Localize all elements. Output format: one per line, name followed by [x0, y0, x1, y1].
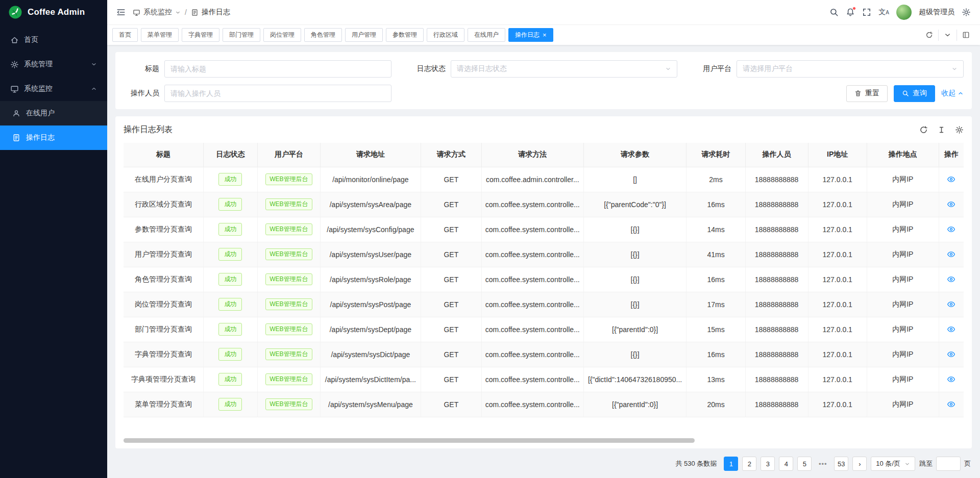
sidebar-item-operation-log[interactable]: 操作日志 [0, 125, 107, 150]
oplog-table: 标题日志状态用户平台请求地址请求方式请求方法请求参数请求耗时操作人员IP地址操作… [124, 143, 964, 417]
tab-item[interactable]: 岗位管理 [263, 28, 301, 42]
breadcrumb-item-monitor[interactable]: 系统监控 [133, 8, 181, 17]
brand-logo[interactable]: Coffee Admin [0, 0, 107, 24]
tab-item[interactable]: 行政区域 [427, 28, 464, 42]
sidebar: Coffee Admin 首页 系统管理 系统监控 在线用户 [0, 0, 107, 478]
page-button[interactable]: 2 [742, 457, 756, 471]
page-button[interactable]: 3 [761, 457, 775, 471]
horizontal-scrollbar-thumb[interactable] [124, 438, 695, 443]
chevron-down-icon [665, 66, 671, 72]
tab-item[interactable]: 参数管理 [386, 28, 424, 42]
platform-badge: WEB管理后台 [265, 373, 312, 385]
next-page-button[interactable]: › [852, 457, 867, 471]
view-detail-eye-icon[interactable] [947, 175, 955, 184]
filter-actions: 重置 查询 收起 [696, 85, 964, 102]
density-icon[interactable] [937, 125, 946, 134]
column-settings-gear-icon[interactable] [955, 125, 964, 134]
view-detail-eye-icon[interactable] [947, 325, 955, 334]
sidebar-item-label: 系统监控 [24, 84, 53, 93]
chevron-down-icon [175, 10, 181, 15]
cell-location: 内网IP [867, 342, 939, 367]
tab-item[interactable]: 角色管理 [304, 28, 342, 42]
column-header: 日志状态 [203, 143, 257, 167]
view-detail-eye-icon[interactable] [947, 375, 955, 384]
status-label: 日志状态 [410, 64, 446, 73]
cell-location: 内网IP [867, 292, 939, 317]
status-select[interactable]: 请选择日志状态 [451, 60, 678, 78]
sidebar-item-home[interactable]: 首页 [0, 28, 107, 52]
platform-badge: WEB管理后台 [265, 248, 312, 260]
operator-input[interactable] [170, 89, 385, 97]
platform-select[interactable]: 请选择用户平台 [737, 60, 964, 78]
cell-title: 角色管理分页查询 [124, 267, 203, 292]
tab-item[interactable]: 在线用户 [468, 28, 505, 42]
cell-action [939, 267, 964, 292]
close-icon[interactable]: × [543, 32, 547, 38]
refresh-table-icon[interactable] [919, 125, 928, 134]
cell-user-platform: WEB管理后台 [257, 242, 320, 267]
cell-request-duration: 20ms [687, 392, 745, 417]
view-detail-eye-icon[interactable] [947, 250, 955, 259]
tab-item[interactable]: 操作日志× [508, 28, 553, 42]
user-avatar[interactable] [896, 5, 912, 20]
sidebar-collapse-icon[interactable] [116, 8, 126, 17]
view-detail-eye-icon[interactable] [947, 350, 955, 359]
cell-log-status: 成功 [203, 167, 257, 192]
cell-log-status: 成功 [203, 217, 257, 242]
page-size-select[interactable]: 10 条/页 [871, 457, 915, 471]
cell-log-status: 成功 [203, 242, 257, 267]
collapse-filter-link[interactable]: 收起 [941, 89, 964, 98]
translate-icon[interactable]: 文A [878, 8, 889, 17]
page-button[interactable]: 1 [724, 457, 738, 471]
jump-page-input[interactable] [936, 457, 961, 471]
brand-logo-icon [8, 5, 22, 19]
cell-user-platform: WEB管理后台 [257, 217, 320, 242]
table-row: 岗位管理分页查询成功WEB管理后台/api/system/sysPost/pag… [124, 292, 964, 317]
tab-item[interactable]: 菜单管理 [141, 28, 179, 42]
page-button[interactable]: 53 [834, 457, 848, 471]
refresh-tabs-icon[interactable] [920, 29, 938, 42]
cell-request-handler: com.coffee.system.controlle... [481, 192, 583, 217]
cell-request-handler: com.coffee.system.controlle... [481, 392, 583, 417]
monitor-icon [133, 9, 140, 16]
view-detail-eye-icon[interactable] [947, 300, 955, 309]
tab-item[interactable]: 用户管理 [345, 28, 383, 42]
layout-icon[interactable] [957, 29, 975, 42]
page-button[interactable]: 4 [779, 457, 793, 471]
platform-badge: WEB管理后台 [265, 398, 312, 410]
platform-badge: WEB管理后台 [265, 198, 312, 210]
cell-request-method: GET [421, 267, 481, 292]
main-area: 系统监控 / 操作日志 文A 超级管理员 首页菜单管理字典管理部门管理岗位管理角… [107, 0, 980, 478]
home-icon [10, 36, 19, 44]
reset-button[interactable]: 重置 [846, 85, 888, 102]
sidebar-item-system-monitor[interactable]: 系统监控 [0, 77, 107, 101]
cell-operator: 18888888888 [745, 217, 808, 242]
column-header: IP地址 [808, 143, 867, 167]
tab-item[interactable]: 字典管理 [182, 28, 219, 42]
tab-actions-chevron-down-icon[interactable] [939, 29, 957, 42]
search-icon[interactable] [829, 8, 839, 17]
view-detail-eye-icon[interactable] [947, 400, 955, 409]
tab-item[interactable]: 首页 [112, 28, 138, 42]
search-button[interactable]: 查询 [894, 85, 935, 102]
view-detail-eye-icon[interactable] [947, 275, 955, 284]
page-ellipsis: ••• [816, 457, 830, 471]
title-input[interactable] [170, 65, 385, 73]
cell-request-params: [{"parentId":0}] [583, 392, 687, 417]
cell-request-method: GET [421, 217, 481, 242]
column-header: 操作 [939, 143, 964, 167]
cell-request-duration: 2ms [687, 167, 745, 192]
page-button[interactable]: 5 [797, 457, 812, 471]
settings-gear-icon[interactable] [962, 8, 971, 17]
sidebar-item-system-management[interactable]: 系统管理 [0, 52, 107, 77]
view-detail-eye-icon[interactable] [947, 200, 955, 209]
notification-bell-icon[interactable] [846, 8, 855, 17]
cell-operator: 18888888888 [745, 192, 808, 217]
search-button-label: 查询 [913, 89, 927, 98]
user-name[interactable]: 超级管理员 [919, 8, 954, 17]
fullscreen-icon[interactable] [862, 8, 871, 17]
tab-item[interactable]: 部门管理 [223, 28, 260, 42]
cell-ip-address: 127.0.0.1 [808, 217, 867, 242]
view-detail-eye-icon[interactable] [947, 225, 955, 234]
sidebar-item-online-users[interactable]: 在线用户 [0, 101, 107, 125]
